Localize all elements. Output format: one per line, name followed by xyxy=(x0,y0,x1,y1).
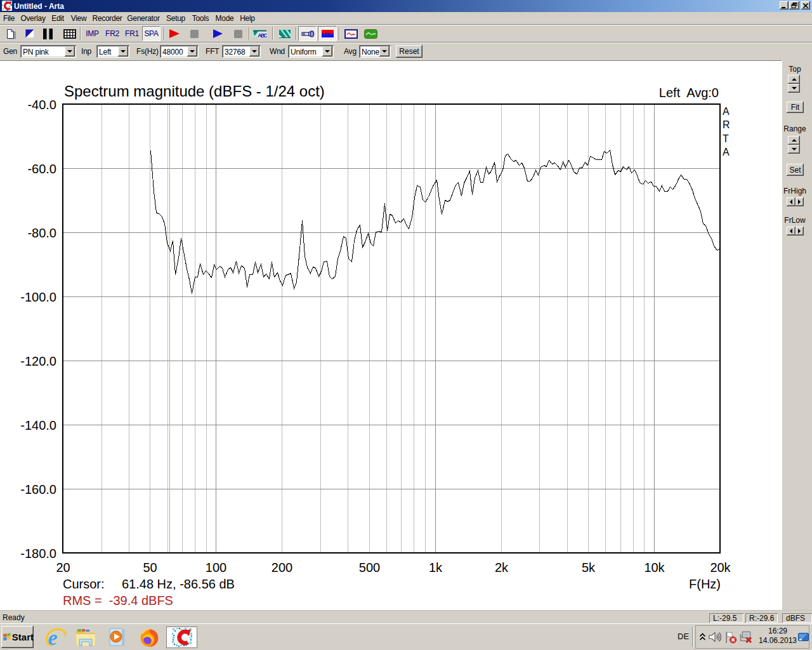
side-panel: Top Fit Range Set FrHigh FrLow xyxy=(782,60,812,610)
start-button[interactable]: Start xyxy=(1,626,34,648)
menu-item-tools[interactable]: Tools xyxy=(192,14,209,23)
app-icon[interactable] xyxy=(2,1,12,11)
spa-mode-button[interactable]: SPA xyxy=(142,26,160,41)
generator-select[interactable]: PN pink xyxy=(20,45,76,58)
dropdown-button[interactable] xyxy=(249,46,259,56)
generator-play-button[interactable] xyxy=(210,26,225,41)
spectrum-view-button[interactable] xyxy=(318,26,337,41)
menu-item-setup[interactable]: Setup xyxy=(166,14,185,23)
menu-item-help[interactable]: Help xyxy=(240,14,254,23)
dropdown-button[interactable] xyxy=(118,46,128,56)
dropdown-button[interactable] xyxy=(65,46,75,56)
window-value: Uniform xyxy=(291,48,317,56)
set-button[interactable]: Set xyxy=(787,164,804,176)
show-desktop-icon[interactable] xyxy=(798,633,809,642)
averaging-select[interactable]: None xyxy=(359,45,391,58)
watermark-letter: T xyxy=(723,132,730,145)
taskbar: Start e xyxy=(0,623,812,650)
tray-clock[interactable]: 16:29 14.06.2013 xyxy=(758,627,797,646)
table-button[interactable] xyxy=(62,26,77,41)
y-tick-label: -60.0 xyxy=(12,162,56,176)
fr1-mode-button[interactable]: FR1 xyxy=(123,26,141,41)
x-tick-label: 1k xyxy=(429,560,442,575)
arta-taskbar-button[interactable] xyxy=(166,627,197,648)
watermark-letter: R xyxy=(723,118,730,131)
calibrate-button[interactable]: ABC xyxy=(251,26,268,41)
frhigh-right-button[interactable] xyxy=(796,197,804,206)
top-down-button[interactable] xyxy=(788,84,800,93)
windows-logo-icon xyxy=(3,631,11,643)
overlay-button[interactable] xyxy=(22,26,37,41)
fit-button[interactable]: Fit xyxy=(787,102,804,113)
menu-item-generator[interactable]: Generator xyxy=(127,14,159,23)
chevron-down-icon xyxy=(121,50,126,53)
up-arrow-icon xyxy=(792,139,797,142)
x-tick-label: 500 xyxy=(359,560,380,575)
red-play-icon xyxy=(169,29,180,38)
range-up-button[interactable] xyxy=(788,136,800,145)
range-label: Range xyxy=(783,124,806,133)
menu-item-edit[interactable]: Edit xyxy=(51,14,63,23)
cursor-label: Cursor: xyxy=(63,577,105,592)
start-label: Start xyxy=(12,632,34,642)
chevron-down-icon xyxy=(382,50,387,53)
language-indicator[interactable]: DE xyxy=(678,632,689,641)
dropdown-button[interactable] xyxy=(187,46,197,56)
top-up-button[interactable] xyxy=(788,75,800,84)
restore-button[interactable] xyxy=(789,1,799,10)
record-play-button[interactable] xyxy=(167,26,182,41)
firefox-icon[interactable] xyxy=(139,627,160,648)
minimize-button[interactable] xyxy=(780,1,789,10)
status-right-value: R:-29.6 xyxy=(749,614,774,623)
y-tick-label: -40.0 xyxy=(12,98,56,112)
frhigh-left-button[interactable] xyxy=(787,197,796,206)
y-tick-label: -160.0 xyxy=(12,482,56,497)
action-center-flag-icon[interactable] xyxy=(724,631,738,644)
generator-stop-button[interactable] xyxy=(230,26,246,41)
file-explorer-icon[interactable] xyxy=(74,627,97,648)
pause-button[interactable] xyxy=(40,26,55,41)
generator-setup-button[interactable] xyxy=(362,26,379,41)
dropdown-button[interactable] xyxy=(379,46,390,56)
close-button[interactable] xyxy=(801,1,810,10)
y-tick-label: -140.0 xyxy=(12,418,56,433)
mic-input-button[interactable] xyxy=(298,26,317,41)
volume-icon[interactable] xyxy=(709,631,721,643)
dropdown-button[interactable] xyxy=(322,46,332,56)
menu-item-mode[interactable]: Mode xyxy=(216,14,234,23)
menu-item-file[interactable]: File xyxy=(3,14,15,23)
y-tick-label: -100.0 xyxy=(12,290,56,305)
input-select[interactable]: Left xyxy=(96,45,129,58)
frlow-left-button[interactable] xyxy=(787,227,796,235)
blue-play-icon xyxy=(213,29,223,38)
internet-explorer-icon[interactable]: e xyxy=(44,627,67,648)
set-label: Set xyxy=(789,166,801,175)
frlow-label: FrLow xyxy=(784,216,805,225)
fr2-mode-button[interactable]: FR2 xyxy=(103,26,121,41)
imp-mode-button[interactable]: IMP xyxy=(84,26,101,41)
frlow-right-button[interactable] xyxy=(796,227,804,235)
toolbar-main: IMP FR2 FR1 SPA ABC xyxy=(0,25,812,43)
status-bar: Ready L:-29.5 R:-29.6 dBFS xyxy=(0,610,812,623)
chevron-up-icon[interactable] xyxy=(698,632,707,642)
right-arrow-icon xyxy=(798,199,801,204)
new-file-button[interactable] xyxy=(3,26,18,41)
divider xyxy=(692,627,693,647)
range-down-button[interactable] xyxy=(788,145,800,154)
media-player-icon[interactable] xyxy=(106,627,128,648)
green-sine-icon xyxy=(364,29,377,39)
network-status-icon[interactable] xyxy=(739,631,753,644)
plot-border xyxy=(63,104,720,553)
spectrogram-button[interactable] xyxy=(277,26,292,41)
chart-title: Spectrum magnitude (dBFS - 1/24 oct) xyxy=(64,83,325,100)
fft-size-select[interactable]: 32768 xyxy=(222,45,261,58)
signal-generator-button[interactable] xyxy=(343,26,359,41)
menu-item-overlay[interactable]: Overlay xyxy=(20,14,45,23)
spectrum-plot[interactable] xyxy=(0,61,782,611)
menu-item-view[interactable]: View xyxy=(71,14,87,23)
sample-rate-select[interactable]: 48000 xyxy=(160,45,199,58)
record-stop-button[interactable] xyxy=(187,26,202,41)
window-select[interactable]: Uniform xyxy=(288,45,334,58)
reset-button[interactable]: Reset xyxy=(396,45,422,58)
menu-item-recorder[interactable]: Recorder xyxy=(93,14,122,23)
